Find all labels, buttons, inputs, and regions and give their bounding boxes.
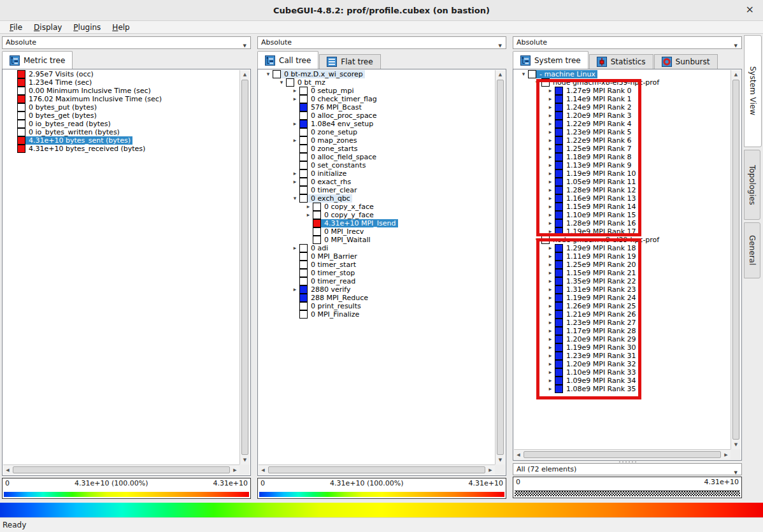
scroll-up-icon[interactable]: ▲	[731, 70, 741, 79]
tree-row[interactable]: 176.02 Maximum Inclusive Time (sec)	[3, 95, 239, 103]
system-selector-combobox[interactable]: Absolute ▼	[513, 36, 742, 49]
tree-row[interactable]: ▾0 exch_qbc	[259, 194, 495, 203]
expander-open-icon[interactable]: ▾	[264, 70, 273, 78]
tab-flat-tree[interactable]: Flat tree	[319, 54, 380, 69]
expander-closed-icon[interactable]: ▸	[290, 87, 299, 95]
severity-box	[299, 302, 308, 310]
horizontal-scrollbar[interactable]: ◀ ▶	[3, 464, 239, 475]
scroll-up-icon[interactable]: ▲	[240, 70, 250, 79]
scroll-down-icon[interactable]: ▼	[496, 456, 505, 464]
scrollbar-thumb[interactable]	[497, 80, 504, 455]
tree-row[interactable]: ▸0 map_zones	[259, 136, 495, 145]
tree-row[interactable]: 0 timer_stop	[259, 269, 495, 277]
tree-row[interactable]: 0.00 Minimum Inclusive Time (sec)	[3, 87, 239, 95]
vertical-scrollbar[interactable]: ▲ ▼	[239, 70, 250, 464]
system-filter-combobox[interactable]: All (72 elements) ▼	[513, 463, 742, 475]
tree-row[interactable]: 0 bytes_get (bytes)	[3, 111, 239, 120]
tree-row[interactable]: ▸1.08e4 env_setup	[259, 120, 495, 128]
scroll-right-icon[interactable]: ▶	[231, 465, 239, 475]
scrollbar-thumb[interactable]	[13, 466, 230, 473]
tree-row[interactable]: 0 MPI_Waitall	[259, 236, 495, 244]
close-icon[interactable]: ×	[746, 4, 754, 15]
tab-call-tree[interactable]: Call tree	[257, 51, 318, 69]
scroll-left-icon[interactable]: ◀	[514, 450, 523, 459]
tree-row[interactable]: 0 bytes_put (bytes)	[3, 103, 239, 111]
tree-row[interactable]: ▸0 setup_mpi	[259, 87, 495, 95]
menu-item-display[interactable]: Display	[28, 22, 68, 33]
tree-row[interactable]: 288 MPI_Reduce	[259, 294, 495, 302]
tree-row[interactable]: 4.31e+10 bytes_sent (bytes)	[3, 136, 239, 145]
tree-row[interactable]: 0 zone_starts	[259, 145, 495, 153]
tree-row[interactable]: 0 alloc_field_space	[259, 153, 495, 161]
expander-closed-icon[interactable]: ▸	[304, 211, 313, 219]
expander-open-icon[interactable]: ▾	[277, 78, 286, 87]
expander-closed-icon[interactable]: ▸	[304, 203, 313, 211]
scroll-down-icon[interactable]: ▼	[240, 456, 250, 464]
menu-item-plugins[interactable]: Plugins	[68, 22, 106, 33]
scroll-right-icon[interactable]: ▶	[486, 465, 495, 475]
tree-row[interactable]: ▸2880 verify	[259, 285, 495, 294]
tree-row[interactable]: 0 zone_setup	[259, 128, 495, 136]
horizontal-scrollbar[interactable]: ◀ ▶	[514, 449, 731, 459]
expander-closed-icon[interactable]: ▸	[290, 95, 299, 103]
scroll-right-icon[interactable]: ▶	[722, 450, 731, 459]
tree-row[interactable]: 0 io_bytes_written (bytes)	[3, 128, 239, 136]
vertical-scrollbar[interactable]: ▲ ▼	[495, 70, 505, 464]
tree-row[interactable]: ▾- machine Linux	[514, 70, 731, 78]
scroll-up-icon[interactable]: ▲	[496, 70, 505, 79]
scroll-down-icon[interactable]: ▼	[731, 440, 741, 449]
tree-row[interactable]: 0 print_results	[259, 302, 495, 310]
tab-metric-tree[interactable]: Metric tree	[2, 51, 73, 69]
tree-row[interactable]: ▸0 adi	[259, 244, 495, 252]
tree-row[interactable]: ▾0 bt_mz	[259, 78, 495, 87]
tree-row[interactable]: ▾0 bt-mz.D.x_wi_scorep	[259, 70, 495, 78]
expander-closed-icon[interactable]: ▸	[290, 169, 299, 178]
tree-row[interactable]: 0 set_constants	[259, 161, 495, 169]
expander-closed-icon[interactable]: ▸	[290, 285, 299, 294]
scroll-left-icon[interactable]: ◀	[259, 465, 267, 475]
expander-open-icon[interactable]: ▾	[290, 194, 299, 203]
tree-row[interactable]: ▸0 initialize	[259, 169, 495, 178]
value-min: 0	[516, 478, 520, 487]
metric-selector-combobox[interactable]: Absolute ▼	[2, 36, 251, 49]
menu-item-file[interactable]: File	[4, 22, 28, 33]
side-tab-general[interactable]: General	[744, 222, 760, 278]
tree-row[interactable]: 2.95e7 Visits (occ)	[3, 70, 239, 78]
scrollbar-thumb[interactable]	[524, 451, 721, 458]
tree-row[interactable]: 0 timer_read	[259, 277, 495, 285]
tree-row[interactable]: ▸0 copy_x_face	[259, 203, 495, 211]
tab-statistics[interactable]: Statistics	[589, 54, 653, 69]
scroll-left-icon[interactable]: ◀	[3, 465, 12, 475]
tree-row[interactable]: 4.31e+10 bytes_received (bytes)	[3, 145, 239, 153]
tree-row[interactable]: 0 timer_start	[259, 261, 495, 269]
tab-system-tree[interactable]: System tree	[513, 51, 588, 69]
scrollbar-thumb[interactable]	[241, 80, 248, 455]
tree-row[interactable]: 0 alloc_proc_space	[259, 111, 495, 120]
tree-row[interactable]: ▸0 exact_rhs	[259, 178, 495, 186]
tab-sunburst[interactable]: Sunburst	[654, 54, 718, 69]
tree-row[interactable]: 1.23e4 Time (sec)	[3, 78, 239, 87]
tree-row[interactable]: 0 MPI_Barrier	[259, 252, 495, 261]
tree-row[interactable]: 4.31e+10 MPI_Isend	[259, 219, 495, 227]
side-tab-system-view[interactable]: System View	[744, 35, 762, 147]
expander-closed-icon[interactable]: ▸	[290, 178, 299, 186]
vertical-scrollbar[interactable]: ▲ ▼	[731, 70, 741, 449]
expander-open-icon[interactable]: ▾	[519, 70, 528, 78]
tree-row[interactable]: ▸0 copy_y_face	[259, 211, 495, 219]
side-tab-topologies[interactable]: Topologies	[744, 150, 760, 220]
tree-row[interactable]: 0 timer_clear	[259, 186, 495, 194]
tree-item-label: 0 map_zones	[311, 136, 357, 145]
expander-closed-icon[interactable]: ▸	[290, 244, 299, 252]
scrollbar-thumb[interactable]	[732, 80, 739, 440]
expander-closed-icon[interactable]: ▸	[290, 120, 299, 128]
tree-row[interactable]: ▸0 check_timer_flag	[259, 95, 495, 103]
menu-item-help[interactable]: Help	[106, 22, 135, 33]
horizontal-scrollbar[interactable]: ◀ ▶	[259, 464, 495, 475]
expander-closed-icon[interactable]: ▸	[290, 136, 299, 145]
tree-row[interactable]: 0 MPI_Finalize	[259, 310, 495, 319]
tree-row[interactable]: 0 io_bytes_read (bytes)	[3, 120, 239, 128]
tree-row[interactable]: 0 MPI_Irecv	[259, 227, 495, 236]
scrollbar-thumb[interactable]	[268, 466, 485, 473]
call-selector-combobox[interactable]: Absolute ▼	[257, 36, 506, 49]
tree-row[interactable]: 576 MPI_Bcast	[259, 103, 495, 111]
